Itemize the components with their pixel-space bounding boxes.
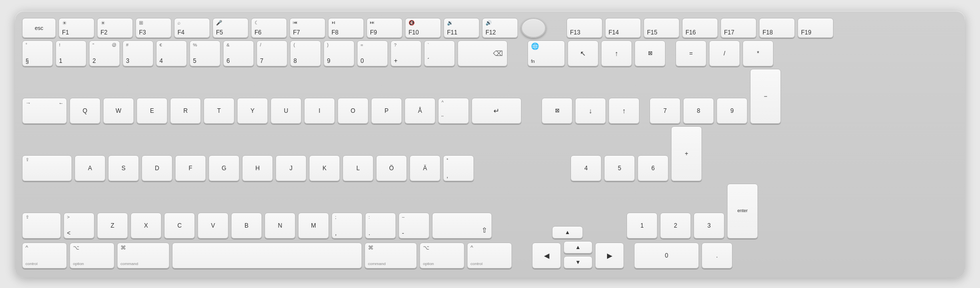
key-np-up-big[interactable]: ↑ <box>601 40 632 66</box>
key-z[interactable]: Z <box>97 213 128 239</box>
key-apostrophe[interactable]: * , <box>443 155 474 181</box>
key-angle[interactable]: > < <box>64 213 94 239</box>
key-f18[interactable]: F18 <box>759 18 795 38</box>
key-l[interactable]: L <box>342 155 374 181</box>
key-space[interactable] <box>172 243 362 269</box>
key-6[interactable]: & 6 <box>223 40 254 66</box>
key-b[interactable]: B <box>231 213 262 239</box>
key-t[interactable]: T <box>204 98 234 124</box>
key-f15[interactable]: F15 <box>644 18 680 38</box>
key-k[interactable]: K <box>309 155 340 181</box>
key-np-1[interactable]: 1 <box>626 213 658 239</box>
key-j[interactable]: J <box>276 155 306 181</box>
key-f4[interactable]: ⌕ F4 <box>174 18 210 38</box>
key-end[interactable]: ↓ <box>575 98 606 124</box>
key-0[interactable]: = 0 <box>357 40 388 66</box>
key-f7[interactable]: ⏮ F7 <box>290 18 326 38</box>
key-f13[interactable]: F13 <box>566 18 602 38</box>
key-option-left[interactable]: ⌥ option <box>70 243 114 269</box>
key-u[interactable]: U <box>270 98 302 124</box>
key-s[interactable]: S <box>108 155 139 181</box>
key-esc[interactable]: esc <box>22 18 56 38</box>
key-a[interactable]: A <box>74 155 106 181</box>
key-y[interactable]: Y <box>237 98 268 124</box>
key-1[interactable]: ! 1 <box>56 40 86 66</box>
key-f14[interactable]: F14 <box>605 18 641 38</box>
key-o-umlaut[interactable]: Ö <box>376 155 407 181</box>
key-np-7[interactable]: 7 <box>650 98 680 124</box>
key-np-9[interactable]: 9 <box>716 98 748 124</box>
key-a-ring[interactable]: Å <box>404 98 436 124</box>
key-8[interactable]: ( 8 <box>290 40 321 66</box>
key-umlaut[interactable]: ^ ¨ <box>438 98 469 124</box>
key-command-right[interactable]: ⌘ command <box>364 243 417 269</box>
key-f9[interactable]: ⏭ F9 <box>366 18 402 38</box>
key-f3[interactable]: ⊞ F3 <box>136 18 172 38</box>
key-f11[interactable]: 🔉 F11 <box>444 18 480 38</box>
key-backspace[interactable]: ⌫ <box>458 40 508 66</box>
key-f8[interactable]: ⏯ F8 <box>328 18 364 38</box>
key-arrow-left[interactable]: ◀ <box>532 243 561 269</box>
key-np-enter[interactable]: enter <box>727 184 758 239</box>
key-arrow-up-split[interactable]: ▲ <box>564 241 592 254</box>
key-np-plus[interactable]: + <box>671 126 702 181</box>
key-dash[interactable]: – - <box>398 213 430 239</box>
key-d[interactable]: D <box>142 155 172 181</box>
key-caps-lock[interactable]: ⇪ <box>22 155 72 181</box>
key-plus[interactable]: ? + <box>390 40 422 66</box>
key-c[interactable]: C <box>164 213 195 239</box>
key-r[interactable]: R <box>170 98 201 124</box>
key-o[interactable]: O <box>338 98 368 124</box>
key-7[interactable]: / 7 <box>256 40 288 66</box>
key-np-6[interactable]: 6 <box>638 155 668 181</box>
key-del-fwd[interactable]: ⊠ <box>542 98 572 124</box>
key-f16[interactable]: F16 <box>682 18 718 38</box>
key-5[interactable]: % 5 <box>190 40 220 66</box>
key-n[interactable]: N <box>264 213 296 239</box>
key-a-umlaut[interactable]: Ä <box>410 155 440 181</box>
key-shift-right[interactable]: ⇧ <box>432 213 492 239</box>
key-f5[interactable]: 🎤 F5 <box>212 18 248 38</box>
key-comma[interactable]: ; , <box>332 213 362 239</box>
key-backtick[interactable]: ` ´ <box>424 40 455 66</box>
key-np-eq[interactable]: = <box>676 40 706 66</box>
key-f[interactable]: F <box>175 155 206 181</box>
key-p[interactable]: P <box>371 98 402 124</box>
key-np-4[interactable]: 4 <box>570 155 602 181</box>
key-9[interactable]: ) 9 <box>324 40 354 66</box>
key-fn-globe[interactable]: 🌐 fn <box>528 40 565 66</box>
key-np-asterisk[interactable]: * <box>742 40 774 66</box>
key-f1[interactable]: ☀ F1 <box>58 18 94 38</box>
key-arrow-up[interactable]: ▲ <box>552 226 583 239</box>
key-np-0[interactable]: 0 <box>634 243 699 269</box>
key-2[interactable]: " @ 2 <box>89 40 120 66</box>
key-np-3[interactable]: 3 <box>694 213 724 239</box>
key-control-right[interactable]: ^ control <box>467 243 512 269</box>
key-v[interactable]: V <box>198 213 228 239</box>
key-control-left[interactable]: ^ control <box>22 243 67 269</box>
key-g[interactable]: G <box>208 155 240 181</box>
key-tab[interactable]: → ← <box>22 98 67 124</box>
key-period[interactable]: : . <box>365 213 396 239</box>
key-i[interactable]: I <box>304 98 335 124</box>
key-np-del[interactable]: ⊠ <box>634 40 666 66</box>
key-arrow-right[interactable]: ▶ <box>595 243 624 269</box>
key-np-slash[interactable]: / <box>709 40 740 66</box>
key-f6[interactable]: ☾ F6 <box>251 18 287 38</box>
key-return[interactable]: ↵ <box>472 98 522 124</box>
key-x[interactable]: X <box>130 213 162 239</box>
key-f19[interactable]: F19 <box>798 18 834 38</box>
key-f2[interactable]: ☀ F2 <box>97 18 133 38</box>
key-w[interactable]: W <box>103 98 134 124</box>
key-arrow-down[interactable]: ▼ <box>564 256 592 269</box>
key-command-left[interactable]: ⌘ command <box>117 243 170 269</box>
key-np-2[interactable]: 2 <box>660 213 691 239</box>
key-f10[interactable]: 🔇 F10 <box>405 18 441 38</box>
touch-id-button[interactable] <box>520 18 546 38</box>
key-q[interactable]: Q <box>70 98 100 124</box>
key-e[interactable]: E <box>136 98 168 124</box>
key-np-8[interactable]: 8 <box>683 98 714 124</box>
key-h[interactable]: H <box>242 155 273 181</box>
key-np-5[interactable]: 5 <box>604 155 635 181</box>
key-np-decimal[interactable]: . <box>702 243 732 269</box>
